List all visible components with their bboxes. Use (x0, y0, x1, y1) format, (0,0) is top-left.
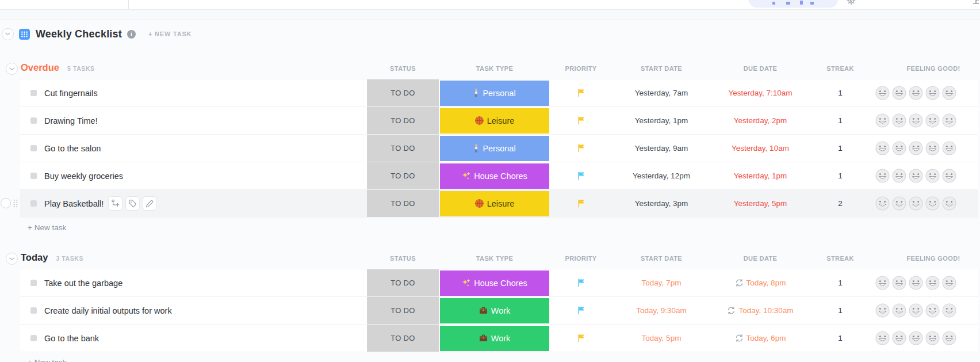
smiley-face-icon[interactable] (892, 303, 906, 318)
column-header-due-date[interactable]: DUE DATE (714, 247, 806, 269)
priority-cell[interactable] (535, 107, 627, 134)
task-type-badge[interactable]: House Chores (440, 163, 549, 189)
column-header-priority[interactable]: PRIORITY (535, 247, 627, 269)
column-header-streak[interactable]: STREAK (806, 247, 875, 269)
task-type-badge[interactable]: Personal (440, 136, 549, 161)
smiley-face-icon[interactable] (875, 141, 890, 155)
feeling-rating[interactable] (875, 135, 967, 162)
due-date-cell[interactable]: Yesterday, 5pm (714, 190, 806, 217)
task-status-square-icon[interactable] (30, 280, 37, 286)
column-header-task-type[interactable]: TASK TYPE (440, 58, 549, 79)
drag-handle-icon[interactable] (13, 199, 18, 208)
smiley-face-icon[interactable] (875, 303, 890, 318)
smiley-face-icon[interactable] (909, 276, 923, 290)
task-type-badge[interactable]: Leisure (440, 191, 549, 216)
status-cell[interactable]: TO DO (367, 162, 439, 189)
priority-flag-icon[interactable] (577, 89, 585, 97)
column-header-start-date[interactable]: START DATE (615, 247, 707, 269)
task-name[interactable]: Drawing Time! (44, 116, 98, 125)
task-name[interactable]: Create daily initial outputs for work (44, 306, 172, 315)
smiley-face-icon[interactable] (892, 276, 906, 290)
priority-flag-icon[interactable] (577, 279, 585, 287)
chevron-down-icon[interactable] (6, 63, 18, 75)
column-header-feeling-good[interactable]: FEELING GOOD! (890, 247, 977, 269)
column-header-feeling-good[interactable]: FEELING GOOD! (890, 58, 977, 79)
task-type-badge[interactable]: Personal (440, 81, 549, 106)
select-task-checkbox[interactable] (1, 198, 11, 208)
task-status-square-icon[interactable] (30, 173, 37, 179)
task-row[interactable]: Drawing Time! TO DO (20, 107, 978, 135)
task-status-square-icon[interactable] (30, 307, 37, 314)
priority-flag-icon[interactable] (577, 116, 585, 125)
feeling-rating[interactable] (875, 190, 967, 217)
task-type-badge[interactable]: House Chores (440, 270, 549, 296)
priority-cell[interactable] (535, 269, 627, 296)
smiley-face-icon[interactable] (892, 86, 906, 100)
status-cell[interactable]: TO DO (367, 297, 439, 324)
smiley-face-icon[interactable] (909, 303, 923, 318)
priority-flag-icon[interactable] (577, 334, 585, 342)
smiley-face-icon[interactable] (909, 113, 923, 128)
task-name[interactable]: Go to the bank (44, 334, 99, 343)
due-date-cell[interactable]: Yesterday, 1pm (714, 162, 806, 189)
new-task-button[interactable]: + NEW TASK (148, 31, 192, 37)
task-status-square-icon[interactable] (30, 90, 37, 96)
smiley-face-icon[interactable] (892, 141, 906, 155)
smiley-face-icon[interactable] (925, 276, 940, 290)
smiley-face-icon[interactable] (942, 169, 956, 183)
column-header-status[interactable]: STATUS (367, 58, 439, 79)
feeling-rating[interactable] (875, 325, 967, 352)
priority-cell[interactable] (535, 297, 627, 324)
chevron-down-icon[interactable] (2, 28, 14, 40)
streak-cell[interactable]: 1 (806, 325, 875, 352)
due-date-cell[interactable]: Today, 6pm (714, 325, 806, 352)
status-cell[interactable]: TO DO (367, 190, 439, 217)
task-status-square-icon[interactable] (30, 145, 37, 151)
status-cell[interactable]: TO DO (367, 79, 439, 106)
status-cell[interactable]: TO DO (367, 325, 439, 352)
priority-flag-icon[interactable] (577, 199, 585, 208)
smiley-face-icon[interactable] (942, 196, 956, 211)
due-date-cell[interactable]: Today, 8pm (714, 269, 806, 296)
start-date-cell[interactable]: Yesterday, 12pm (615, 162, 707, 189)
smiley-face-icon[interactable] (909, 141, 923, 155)
task-row[interactable]: Go to the salon TO DO (20, 135, 978, 162)
priority-cell[interactable] (535, 135, 627, 162)
streak-cell[interactable]: 1 (806, 79, 875, 106)
add-subtask-icon[interactable] (108, 196, 122, 211)
feeling-rating[interactable] (875, 162, 967, 189)
smiley-face-icon[interactable] (875, 169, 890, 183)
start-date-cell[interactable]: Yesterday, 9am (615, 135, 707, 162)
smiley-face-icon[interactable] (892, 331, 906, 345)
feeling-rating[interactable] (875, 79, 967, 106)
streak-cell[interactable]: 1 (806, 135, 875, 162)
task-row[interactable]: Create daily initial outputs for work TO… (20, 297, 978, 325)
feeling-rating[interactable] (875, 269, 967, 296)
priority-cell[interactable] (535, 162, 627, 189)
view-options-pill[interactable] (749, 0, 838, 7)
priority-cell[interactable] (535, 190, 627, 217)
smiley-face-icon[interactable] (942, 113, 956, 128)
smiley-face-icon[interactable] (925, 169, 940, 183)
task-row[interactable]: Buy weekly groceries TO DO (20, 162, 978, 190)
panel-toggle-icon[interactable] (973, 0, 979, 4)
streak-cell[interactable]: 1 (806, 269, 875, 296)
due-date-cell[interactable]: Yesterday, 7:10am (714, 79, 806, 106)
task-row[interactable]: Go to the bank TO DO (20, 325, 978, 352)
feeling-rating[interactable] (875, 297, 967, 324)
tag-icon[interactable] (125, 196, 140, 211)
group-name[interactable]: Overdue (21, 62, 59, 73)
smiley-face-icon[interactable] (875, 86, 890, 100)
gear-icon[interactable] (847, 0, 856, 5)
start-date-cell[interactable]: Yesterday, 1pm (615, 107, 707, 134)
smiley-face-icon[interactable] (892, 196, 906, 211)
streak-cell[interactable]: 1 (806, 107, 875, 134)
smiley-face-icon[interactable] (909, 169, 923, 183)
smiley-face-icon[interactable] (942, 303, 956, 318)
streak-cell[interactable]: 2 (806, 190, 875, 217)
status-cell[interactable]: TO DO (367, 269, 439, 296)
task-name[interactable]: Play Basketball! (44, 199, 104, 208)
start-date-cell[interactable]: Today, 7pm (615, 269, 707, 296)
smiley-face-icon[interactable] (925, 86, 940, 100)
task-status-square-icon[interactable] (30, 335, 37, 341)
